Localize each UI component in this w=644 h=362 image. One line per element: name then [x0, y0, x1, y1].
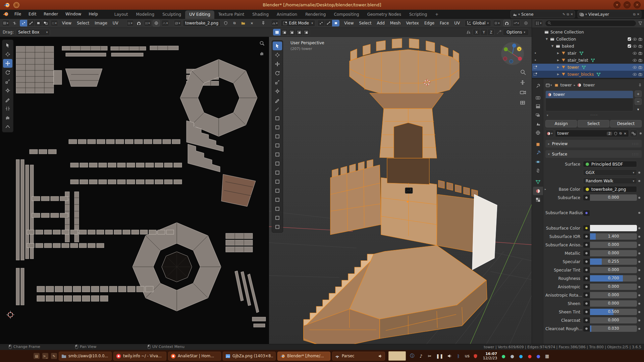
hide-viewport-icon[interactable] [633, 59, 637, 62]
deselect-button[interactable]: Deselect [610, 120, 642, 127]
workspace-tab-animation[interactable]: Animation [273, 10, 301, 19]
uv-menu-view[interactable]: View [59, 19, 74, 27]
shield-icon[interactable] [474, 354, 478, 358]
disable-render-icon[interactable] [638, 52, 642, 55]
taskbar-window-image[interactable]: GjbZa.png (1403×8... [223, 352, 276, 361]
properties-tab-material[interactable] [533, 187, 543, 195]
tool-tweak[interactable] [3, 41, 12, 50]
taskbar-window-blender[interactable]: Blender* [/home/... [277, 352, 330, 361]
taskbar-window-vivaldi[interactable]: AnalieStar | Hom... [168, 352, 221, 361]
hide-viewport-icon[interactable] [633, 52, 637, 55]
workspace-tab-rendering[interactable]: Rendering [301, 10, 330, 19]
mode-dropdown[interactable]: Edit Mode▾ [281, 20, 315, 27]
tool-scale[interactable] [3, 77, 12, 86]
disable-render-icon[interactable] [638, 38, 642, 41]
tool-knife[interactable] [273, 159, 282, 168]
pin-icon[interactable] [260, 20, 267, 26]
tool-measure[interactable] [273, 105, 282, 114]
properties-tab-render[interactable] [533, 94, 543, 102]
tool-rip[interactable] [3, 104, 12, 113]
breadcrumb-object[interactable]: tower [560, 83, 572, 87]
keyboard-layout-indicator[interactable]: us [465, 354, 470, 358]
material-slot-row[interactable]: tower [546, 91, 633, 98]
open-image-icon[interactable] [239, 20, 247, 26]
tool-bevel[interactable] [273, 141, 282, 150]
value-slider[interactable]: 0.030 [590, 325, 637, 332]
app-menu-edit[interactable]: Edit [25, 10, 40, 18]
material-slot-list[interactable]: tower [545, 90, 633, 111]
viewport-menu-face[interactable]: Face [437, 19, 451, 27]
select-mode-invert[interactable] [295, 29, 303, 36]
workspace-tab-layout[interactable]: Layout [110, 10, 132, 19]
taskbar-window-vivaldi[interactable]: twily.info ~/ - Viva... [113, 352, 166, 361]
copy-icon[interactable]: ⧉ [633, 12, 635, 16]
select-mode-intersect[interactable] [303, 29, 310, 36]
volume-icon[interactable] [447, 354, 452, 358]
decorator-dot[interactable] [638, 303, 640, 305]
id-field[interactable]: towerbake_2.png [583, 186, 637, 192]
properties-tab-texture[interactable] [533, 195, 543, 204]
expand-arrow-icon[interactable]: ▸ [545, 188, 546, 191]
color-swatch-window[interactable] [388, 351, 406, 361]
options-dropdown[interactable]: Options▾ [503, 29, 529, 36]
decorator-dot[interactable] [638, 319, 640, 321]
zoom-icon[interactable] [258, 40, 266, 47]
value-slider[interactable]: 0.000 [590, 194, 637, 201]
uv-menu-uv[interactable]: UV [110, 19, 121, 27]
tool-scale[interactable] [273, 78, 282, 86]
checkbox-icon[interactable] [628, 44, 631, 48]
tool-extrude[interactable] [273, 123, 282, 132]
unlink-icon[interactable]: ✕ [571, 12, 573, 16]
telegram-icon[interactable]: ● [519, 354, 523, 359]
decorator-dot[interactable] [638, 286, 640, 288]
tool-loop-cut[interactable] [273, 150, 282, 159]
tool-grab[interactable] [3, 113, 12, 122]
window-menu-button[interactable]: ▾ [613, 1, 621, 8]
tool-shear[interactable] [273, 214, 282, 222]
scene-selector[interactable]: ▾ Scene ✎ ⧉ ✕ [511, 10, 575, 18]
viewport-menu-mesh[interactable]: Mesh [387, 19, 404, 27]
tool-shrink-fatten[interactable] [273, 204, 282, 213]
editor-type-button[interactable]: ▾ [271, 20, 279, 26]
hide-viewport-icon[interactable] [633, 73, 637, 76]
vivaldi-dot-icon[interactable]: ● [527, 354, 532, 359]
taskbar-window-parsec[interactable]: Parsec [332, 352, 385, 361]
decorator-dot[interactable] [638, 261, 640, 263]
fake-user-shield-icon[interactable] [222, 20, 229, 26]
transform-orientation-dropdown[interactable]: Global▾ [465, 20, 491, 27]
app-menu-help[interactable]: Help [85, 10, 101, 18]
assign-button[interactable]: Assign [545, 120, 577, 127]
socket-toggle[interactable] [583, 258, 590, 265]
copy-image-icon[interactable]: ⧉ [231, 20, 238, 26]
socket-toggle[interactable] [583, 225, 590, 231]
workspace-tab-scripting[interactable]: Scripting [405, 10, 431, 19]
filter-icon[interactable] [638, 21, 642, 25]
decorator-dot[interactable] [638, 278, 640, 280]
mirror-axis-x[interactable]: X [473, 29, 480, 36]
bluetooth-icon[interactable]: ᛒ [456, 354, 461, 359]
tool-tweak[interactable] [273, 42, 282, 50]
tool-rotate[interactable] [3, 68, 12, 77]
uv-canvas[interactable] [0, 37, 269, 344]
pin-icon[interactable]: ✎ [562, 12, 565, 16]
decorator-dot[interactable] [638, 180, 640, 182]
fake-user-shield-icon[interactable] [614, 132, 617, 135]
value-slider[interactable]: 0.500 [590, 309, 637, 315]
value-slider[interactable]: 0.000 [590, 267, 637, 273]
disclosure-triangle[interactable]: ▶ [556, 59, 560, 62]
socket-toggle[interactable] [583, 210, 590, 216]
uv-menu-image[interactable]: Image [92, 19, 110, 27]
outliner-row-tower-blocks[interactable]: ▶tower_blocks [532, 71, 644, 78]
mesh-select-mode-edge[interactable] [325, 20, 332, 26]
value-slider[interactable]: 0.255 [590, 258, 637, 265]
select-mode-set[interactable] [273, 29, 280, 36]
socket-toggle[interactable] [583, 317, 590, 323]
outliner-search-input[interactable] [545, 20, 636, 26]
outliner-row-scene-collection[interactable]: Scene Collection [532, 28, 644, 36]
properties-tab-modifiers[interactable] [533, 149, 543, 157]
workspace-tab-texture-paint[interactable]: Texture Paint [214, 10, 248, 19]
value-slider[interactable]: 0.000 [590, 250, 637, 256]
select-button[interactable]: Select [578, 120, 609, 127]
app-menu-file[interactable]: File [11, 10, 25, 18]
drag-mode-dropdown[interactable]: Select Box▾ [16, 29, 50, 36]
